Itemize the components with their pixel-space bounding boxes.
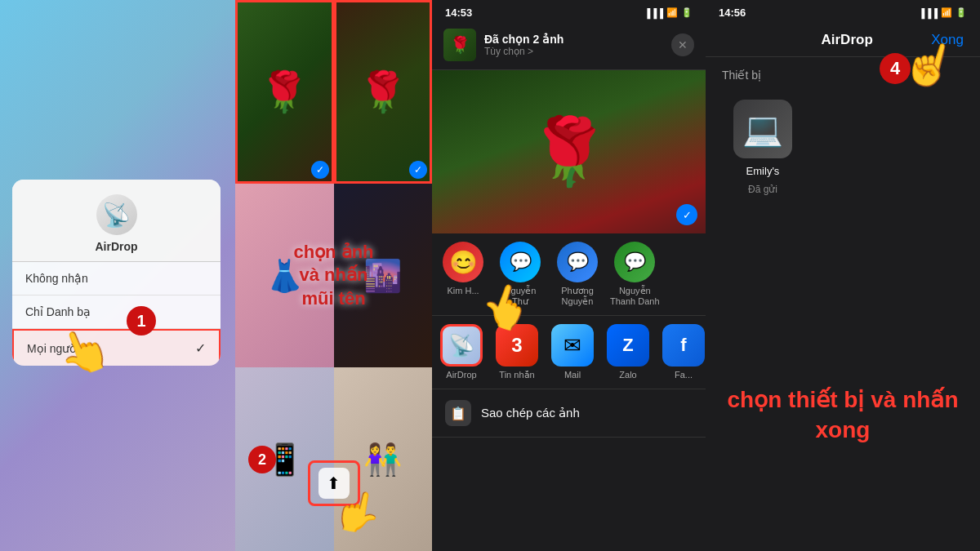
battery-icon: 🔋 bbox=[681, 7, 693, 18]
close-button[interactable]: ✕ bbox=[671, 33, 694, 56]
step1-badge: 1 bbox=[127, 306, 156, 335]
zalo-app-icon: Z bbox=[607, 324, 649, 367]
wifi-icon: 📶 bbox=[666, 7, 678, 18]
copy-icon: 📋 bbox=[445, 400, 471, 426]
airdrop-icon-glyph: 📡 bbox=[448, 333, 474, 358]
time-3: 14:53 bbox=[445, 7, 472, 19]
airdrop-popup-title: AirDrop bbox=[95, 240, 137, 253]
app-label-airdrop: AirDrop bbox=[446, 370, 476, 380]
action-copy-label: Sao chép các ảnh bbox=[481, 406, 580, 420]
messenger-icon-2: 💬 bbox=[510, 251, 532, 273]
option-everyone[interactable]: Mọi người ✓ bbox=[12, 329, 220, 366]
step2-badge: 2 bbox=[248, 446, 276, 473]
preview-photo-main: 🌹 bbox=[432, 70, 706, 233]
option-contacts[interactable]: Chỉ Danh bạ bbox=[12, 295, 220, 329]
mail-icon-glyph: ✉ bbox=[564, 333, 581, 358]
app-label-zalo: Zalo bbox=[619, 370, 636, 380]
selected-check-2: ✓ bbox=[409, 161, 427, 179]
person-avatar-4: 💬 bbox=[614, 242, 655, 282]
preview-check: ✓ bbox=[676, 204, 697, 225]
instruction-line1: chọn ảnh bbox=[293, 242, 373, 262]
hand-pointer-2: 👆 bbox=[330, 485, 386, 539]
panel-device-selection: 14:56 ▐▐▐ 📶 🔋 AirDrop Xong Thiết bị 💻 Em… bbox=[706, 0, 980, 551]
app-label-facebook: Fa... bbox=[675, 370, 693, 380]
mail-app-icon: ✉ bbox=[551, 324, 594, 367]
selection-overlay-2 bbox=[334, 0, 433, 184]
battery-icon-4: 🔋 bbox=[956, 7, 967, 18]
photo-row-1: 🌹 ✓ 🌹 ✓ bbox=[235, 0, 432, 184]
photo-cell-rose-1[interactable]: 🌹 ✓ bbox=[235, 0, 334, 184]
person-avatar-2: 💬 bbox=[500, 242, 541, 282]
messenger-icon-4: 💬 bbox=[624, 251, 646, 273]
selection-overlay bbox=[235, 0, 334, 184]
signal-icon: ▐▐▐ bbox=[644, 8, 663, 18]
selected-thumbnail: 🌹 bbox=[443, 29, 476, 61]
person-avatar-3: 💬 bbox=[557, 242, 598, 282]
status-icons-4: ▐▐▐ 📶 🔋 bbox=[919, 7, 967, 19]
status-icons-3: ▐▐▐ 📶 🔋 bbox=[644, 7, 693, 19]
person-name-3: PhươngNguyễn bbox=[561, 286, 594, 307]
instruction-line3: mũi tên bbox=[301, 288, 365, 309]
panel-photos-selection: 🌹 ✓ 🌹 ✓ 👗 🌆 bbox=[235, 0, 432, 551]
share-sheet-header: 🌹 Đã chọn 2 ảnh Tùy chọn > ✕ bbox=[432, 20, 706, 70]
person-item-1[interactable]: 😊 Kim H... bbox=[439, 242, 488, 307]
person-name-1: Kim H... bbox=[447, 286, 479, 295]
app-mail[interactable]: ✉ Mail bbox=[550, 324, 595, 380]
signal-icon-4: ▐▐▐ bbox=[919, 8, 938, 18]
instruction-line2: và nhấn bbox=[300, 264, 368, 285]
photos-preview: 🌹 ✓ bbox=[432, 70, 706, 233]
device-name: Emily's bbox=[746, 165, 780, 177]
option-none-label: Không nhận bbox=[25, 272, 88, 285]
facebook-icon-glyph: f bbox=[680, 335, 686, 356]
facebook-app-icon: f bbox=[662, 324, 705, 367]
person-avatar-1: 😊 bbox=[443, 242, 483, 282]
person-item-4[interactable]: 💬 NguyễnThanh Danh bbox=[610, 242, 660, 307]
instruction-text-4: chọn thiết bị và nhấn xong bbox=[722, 385, 964, 445]
share-subtitle: Tùy chọn > bbox=[484, 46, 671, 57]
person-item-3[interactable]: 💬 PhươngNguyễn bbox=[553, 242, 602, 307]
airdrop-icon: 📡 bbox=[96, 194, 137, 235]
selected-check: ✓ bbox=[311, 161, 329, 179]
app-zalo[interactable]: Z Zalo bbox=[605, 324, 651, 380]
person-name-4: NguyễnThanh Danh bbox=[610, 286, 660, 306]
airdrop-settings-popup: 📡 AirDrop Không nhận Chỉ Danh bạ Mọi ngư… bbox=[12, 180, 220, 366]
panel-airdrop-settings: 📡 AirDrop Không nhận Chỉ Danh bạ Mọi ngư… bbox=[0, 0, 235, 551]
instruction-text-2: chọn ảnh và nhấn mũi tên bbox=[293, 241, 373, 311]
panel4-title: AirDrop bbox=[822, 32, 873, 48]
wifi-icon-4: 📶 bbox=[941, 7, 952, 18]
photo-cell-rose-2[interactable]: 🌹 ✓ bbox=[334, 0, 433, 184]
option-contacts-label: Chỉ Danh bạ bbox=[25, 305, 91, 318]
time-4: 14:56 bbox=[719, 7, 746, 19]
status-bar-4: 14:56 ▐▐▐ 📶 🔋 bbox=[706, 0, 980, 20]
app-airdrop[interactable]: 📡 AirDrop bbox=[439, 324, 484, 380]
people-row: 😊 Kim H... 💬 NguyễnThư 💬 PhươngNguyễn 💬 … bbox=[432, 233, 706, 316]
share-title-area: Đã chọn 2 ảnh Tùy chọn > bbox=[484, 33, 671, 57]
messenger-icon-3: 💬 bbox=[567, 251, 589, 273]
airdrop-app-icon: 📡 bbox=[440, 324, 483, 367]
device-icon-laptop: 💻 bbox=[733, 100, 792, 158]
share-title: Đã chọn 2 ảnh bbox=[484, 33, 671, 46]
action-copy[interactable]: 📋 Sao chép các ảnh bbox=[432, 389, 706, 438]
app-label-mail: Mail bbox=[564, 370, 581, 380]
laptop-icon: 💻 bbox=[742, 110, 783, 149]
device-sent-status: Đã gửi bbox=[748, 184, 777, 195]
app-row: 📡 AirDrop 3 Tin nhắn ✉ Mail Z Zalo f bbox=[432, 316, 706, 389]
instruction-line4: chọn thiết bị và nhấn xong bbox=[728, 387, 959, 442]
status-bar-3: 14:53 ▐▐▐ 📶 🔋 bbox=[432, 0, 706, 20]
person-face-1: 😊 bbox=[449, 249, 478, 276]
checkmark-icon: ✓ bbox=[195, 340, 206, 356]
airdrop-popup-header: 📡 AirDrop bbox=[12, 180, 220, 261]
app-label-messages: Tin nhắn bbox=[499, 370, 534, 380]
option-none[interactable]: Không nhận bbox=[12, 262, 220, 295]
app-facebook[interactable]: f Fa... bbox=[661, 324, 706, 380]
device-item-emily[interactable]: 💻 Emily's Đã gửi bbox=[722, 87, 804, 208]
zalo-icon-glyph: Z bbox=[622, 335, 633, 356]
panel-share-sheet: 14:53 ▐▐▐ 📶 🔋 🌹 Đã chọn 2 ảnh Tùy chọn >… bbox=[432, 0, 706, 551]
